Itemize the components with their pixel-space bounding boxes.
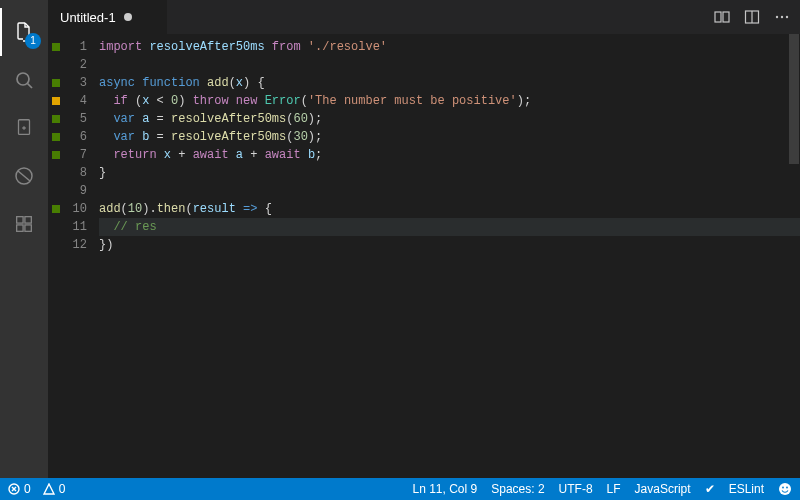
svg-point-15 <box>782 487 784 489</box>
svg-point-12 <box>786 16 788 18</box>
svg-point-0 <box>17 73 29 85</box>
status-language[interactable]: JavaScript <box>635 482 691 496</box>
status-check-icon[interactable]: ✔ <box>705 482 715 496</box>
status-eslint[interactable]: ESLint <box>729 482 764 496</box>
svg-rect-8 <box>723 12 729 22</box>
status-eol[interactable]: LF <box>607 482 621 496</box>
explorer-badge: 1 <box>25 33 41 49</box>
svg-point-10 <box>776 16 778 18</box>
more-icon[interactable] <box>774 9 790 25</box>
tab-label: Untitled-1 <box>60 10 116 25</box>
tab-untitled[interactable]: Untitled-1 <box>48 0 168 34</box>
tab-bar: Untitled-1 <box>48 0 800 34</box>
gutter <box>48 34 64 478</box>
scroll-thumb[interactable] <box>789 34 799 164</box>
svg-rect-3 <box>17 217 23 223</box>
code-content: import resolveAfter50ms from './resolve'… <box>99 34 800 478</box>
status-feedback-icon[interactable] <box>778 482 792 496</box>
scrollbar[interactable] <box>788 34 800 478</box>
svg-point-16 <box>786 487 788 489</box>
status-errors[interactable]: 0 <box>8 482 31 496</box>
svg-point-11 <box>781 16 783 18</box>
explorer-icon[interactable]: 1 <box>0 8 48 56</box>
code-editor[interactable]: 123456789101112 import resolveAfter50ms … <box>48 34 800 478</box>
svg-rect-7 <box>715 12 721 22</box>
svg-rect-6 <box>25 217 31 223</box>
status-spaces[interactable]: Spaces: 2 <box>491 482 544 496</box>
status-warnings[interactable]: 0 <box>43 482 66 496</box>
extensions-icon[interactable] <box>0 200 48 248</box>
svg-rect-4 <box>17 225 23 231</box>
source-control-icon[interactable] <box>0 104 48 152</box>
debug-icon[interactable] <box>0 152 48 200</box>
warnings-count: 0 <box>59 482 66 496</box>
line-numbers: 123456789101112 <box>64 34 99 478</box>
svg-rect-5 <box>25 225 31 231</box>
activity-bar: 1 <box>0 0 48 478</box>
dirty-indicator-icon <box>124 13 132 21</box>
status-encoding[interactable]: UTF-8 <box>559 482 593 496</box>
status-cursor[interactable]: Ln 11, Col 9 <box>413 482 478 496</box>
errors-count: 0 <box>24 482 31 496</box>
compare-icon[interactable] <box>714 9 730 25</box>
svg-point-14 <box>779 483 791 495</box>
search-icon[interactable] <box>0 56 48 104</box>
status-bar: 0 0 Ln 11, Col 9 Spaces: 2 UTF-8 LF Java… <box>0 478 800 500</box>
split-editor-icon[interactable] <box>744 9 760 25</box>
